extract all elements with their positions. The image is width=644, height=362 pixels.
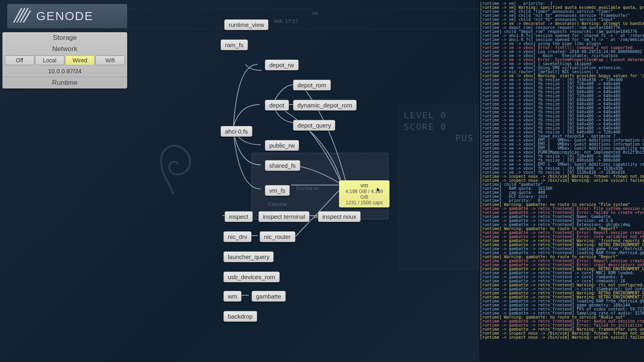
debian-swirl-icon xyxy=(149,141,197,201)
ip-address-label: 10.0.0.87/24 xyxy=(2,66,127,76)
node-inspect-terminal[interactable]: inspect terminal xyxy=(258,211,310,222)
node-runtime-view[interactable]: runtime_view xyxy=(224,19,268,30)
runtime-header[interactable]: Runtime xyxy=(2,77,127,88)
node-vm-fs[interactable]: vm_fs xyxy=(265,185,290,196)
node-depot[interactable]: depot xyxy=(265,100,289,111)
vm-node-caps: 1231 / 1500 caps xyxy=(343,200,386,206)
storage-header[interactable]: Storage xyxy=(2,32,127,43)
network-wired-button[interactable]: Wired xyxy=(65,56,95,65)
node-shared-fs[interactable]: shared_fs xyxy=(265,160,300,171)
network-local-button[interactable]: Local xyxy=(35,56,64,65)
node-depot-query[interactable]: depot_query xyxy=(293,120,335,131)
svg-line-3 xyxy=(23,10,31,23)
runtime-graph: runtime_view ram_fs depot_rw depot_rom d… xyxy=(193,0,475,362)
log-panel[interactable]: [runtime -> vm] priority: 1[runtime -> v… xyxy=(479,0,644,362)
genode-logo-panel: GENODE xyxy=(7,4,127,28)
genode-hatch-icon xyxy=(12,6,31,26)
node-usb-devices-rom[interactable]: usb_devices_rom xyxy=(223,272,280,282)
node-wm[interactable]: wm xyxy=(223,291,242,302)
network-header[interactable]: Network xyxy=(2,43,127,55)
network-off-button[interactable]: Off xyxy=(5,56,34,65)
genode-logo-text: GENODE xyxy=(36,9,93,23)
node-nic-drv[interactable]: nic_drv xyxy=(223,231,252,242)
node-depot-rw[interactable]: depot_rw xyxy=(265,60,299,70)
log-line: [runtime -> inspect noux -> /bin/vim] Wa… xyxy=(480,335,643,339)
node-depot-rom[interactable]: depot_rom xyxy=(293,80,331,90)
node-ram-fs[interactable]: ram_fs xyxy=(221,39,248,50)
node-gambatte[interactable]: gambatte xyxy=(252,291,286,302)
node-public-rw[interactable]: public_rw xyxy=(265,140,299,151)
node-launcher-query[interactable]: launcher_query xyxy=(223,251,274,262)
node-inspect-noux[interactable]: inspect noux xyxy=(318,211,361,222)
cursor-icon xyxy=(376,187,382,194)
node-inspect[interactable]: inspect xyxy=(225,211,253,222)
node-dynamic-depot-rom[interactable]: dynamic_depot_rom xyxy=(293,100,357,111)
control-panel: Storage Network Off Local Wired Wifi 10.… xyxy=(2,32,127,88)
node-nic-router[interactable]: nic_router xyxy=(260,231,295,242)
network-wifi-button[interactable]: Wifi xyxy=(95,56,125,65)
node-ahci-0-fs[interactable]: ahci-0.fs xyxy=(221,126,252,137)
node-backdrop[interactable]: backdrop xyxy=(223,311,257,322)
node-vm-selected[interactable]: vm 4.198 GiB / 4.199 GiB 1231 / 1500 cap… xyxy=(339,180,390,208)
